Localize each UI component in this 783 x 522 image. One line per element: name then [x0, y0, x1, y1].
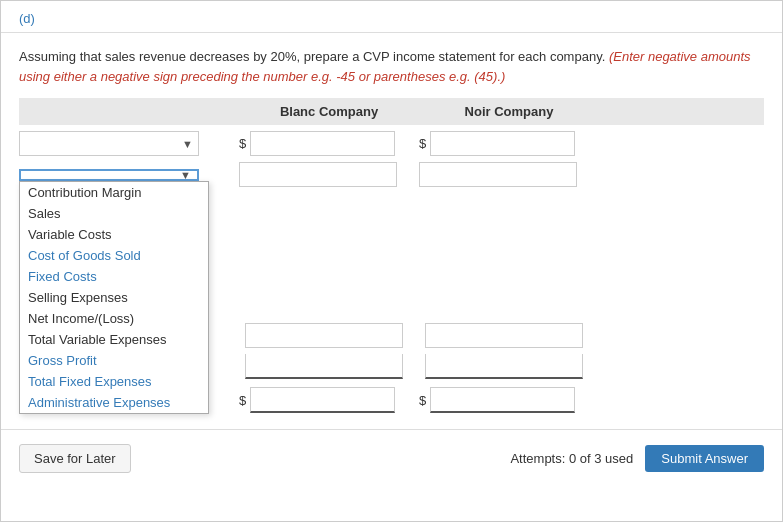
option-total-fixed[interactable]: Total Fixed Expenses	[20, 371, 208, 392]
option-admin-expenses[interactable]: Administrative Expenses	[20, 392, 208, 413]
dropdown-2-wrapper[interactable]: ▼ Contribution Margin Sales Variable Cos…	[19, 169, 199, 181]
blanc-input-4[interactable]	[245, 354, 403, 379]
option-selling-expenses[interactable]: Selling Expenses	[20, 287, 208, 308]
submit-answer-button[interactable]: Submit Answer	[645, 445, 764, 472]
dropdown-1-wrapper: Contribution Margin Sales Variable Costs…	[19, 131, 199, 156]
noir-input-3[interactable]	[425, 323, 583, 348]
blanc-input-5[interactable]	[250, 387, 395, 413]
attempts-text: Attempts: 0 of 3 used	[510, 451, 633, 466]
noir-input-4[interactable]	[425, 354, 583, 379]
dropdown-1[interactable]: Contribution Margin Sales Variable Costs…	[19, 131, 199, 156]
instruction-text: Assuming that sales revenue decreases by…	[19, 49, 605, 64]
footer: Save for Later Attempts: 0 of 3 used Sub…	[1, 429, 782, 487]
blanc-input-1[interactable]	[250, 131, 395, 156]
option-net-income[interactable]: Net Income/(Loss)	[20, 308, 208, 329]
table-section: Blanc Company Noir Company Contribution …	[1, 98, 782, 413]
blanc-input-3[interactable]	[245, 323, 403, 348]
blanc-input-2[interactable]	[239, 162, 397, 187]
option-gross-profit[interactable]: Gross Profit	[20, 350, 208, 371]
noir-input-1-group: $	[419, 131, 599, 156]
noir-input-5[interactable]	[430, 387, 575, 413]
main-container: (d) Assuming that sales revenue decrease…	[0, 0, 783, 522]
label-col-1: Contribution Margin Sales Variable Costs…	[19, 131, 239, 156]
data-row-2: ▼ Contribution Margin Sales Variable Cos…	[19, 162, 764, 187]
dollar-sign-1b: $	[419, 136, 426, 151]
blanc-input-5-group: $	[239, 387, 419, 413]
header-noir: Noir Company	[419, 104, 599, 119]
right-footer: Attempts: 0 of 3 used Submit Answer	[510, 445, 764, 472]
header-blanc: Blanc Company	[239, 104, 419, 119]
label-col-2: ▼ Contribution Margin Sales Variable Cos…	[19, 169, 239, 181]
blanc-input-1-group: $	[239, 131, 419, 156]
noir-input-2[interactable]	[419, 162, 577, 187]
noir-input-1[interactable]	[430, 131, 575, 156]
dollar-sign-5b: $	[419, 393, 426, 408]
option-total-variable[interactable]: Total Variable Expenses	[20, 329, 208, 350]
dollar-sign-1: $	[239, 136, 246, 151]
noir-input-2-area	[419, 162, 599, 187]
instruction-area: Assuming that sales revenue decreases by…	[1, 33, 782, 98]
blanc-input-2-area	[239, 162, 419, 187]
option-contribution-margin[interactable]: Contribution Margin	[20, 182, 208, 203]
dropdown-2-arrow: ▼	[180, 169, 191, 181]
dropdown-2-trigger[interactable]: ▼	[19, 169, 199, 181]
dropdown-2-list: Contribution Margin Sales Variable Costs…	[19, 181, 209, 414]
noir-input-5-group: $	[419, 387, 599, 413]
option-fixed-costs[interactable]: Fixed Costs	[20, 266, 208, 287]
data-row-1: Contribution Margin Sales Variable Costs…	[19, 131, 764, 156]
section-label: (d)	[1, 1, 782, 32]
option-sales[interactable]: Sales	[20, 203, 208, 224]
header-row: Blanc Company Noir Company	[19, 98, 764, 125]
option-variable-costs[interactable]: Variable Costs	[20, 224, 208, 245]
dollar-sign-5a: $	[239, 393, 246, 408]
save-later-button[interactable]: Save for Later	[19, 444, 131, 473]
option-cost-of-goods-sold[interactable]: Cost of Goods Sold	[20, 245, 208, 266]
